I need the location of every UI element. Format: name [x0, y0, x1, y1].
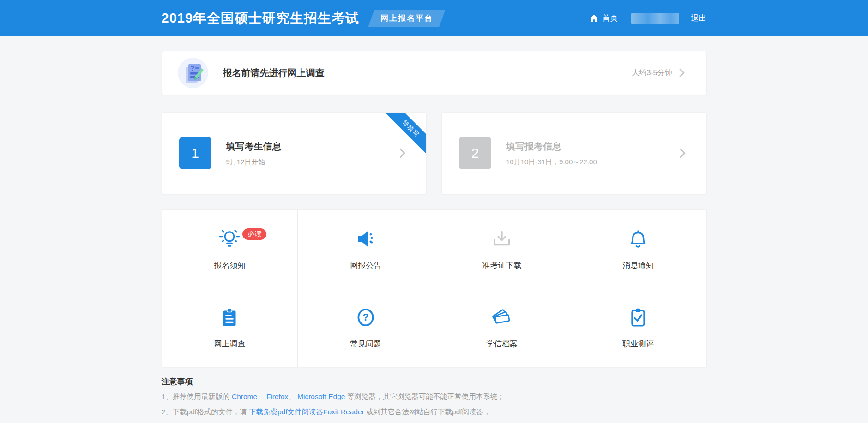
download-icon [490, 227, 513, 250]
question-icon: ? [354, 306, 377, 329]
survey-doc-icon: ? [178, 58, 208, 88]
home-link-label: 首页 [603, 13, 618, 24]
platform-badge: 网上报名平台 [368, 10, 445, 27]
clipboard-icon [218, 306, 241, 329]
grid-item-message-notifications[interactable]: 消息通知 [570, 210, 706, 288]
chrome-link[interactable]: Chrome [232, 393, 257, 400]
survey-title: 报名前请先进行网上调查 [223, 67, 325, 79]
step-title: 填写考生信息 [226, 140, 282, 153]
grid-item-label: 常见问题 [350, 339, 381, 349]
platform-badge-label: 网上报名平台 [380, 13, 433, 24]
grid-item-registration-notice[interactable]: 必读 报名须知 [162, 210, 298, 288]
svg-text:?: ? [362, 311, 368, 323]
survey-banner[interactable]: ? 报名前请先进行网上调查 大约3-5分钟 [162, 51, 707, 95]
step-title: 填写报考信息 [506, 140, 597, 153]
step-card-candidate-info[interactable]: 待填写 1 填写考生信息 9月12日开始 [162, 112, 427, 194]
grid-item-label: 准考证下载 [482, 260, 521, 271]
grid-item-online-announcements[interactable]: 网报公告 [298, 210, 434, 288]
grid-item-label: 网上调查 [214, 339, 245, 349]
note-text: 或到其它合法网站自行下载pdf阅读器； [364, 408, 491, 416]
chevron-right-icon [679, 147, 686, 159]
grid-item-label: 学信档案 [486, 339, 518, 349]
grid-item-label: 网报公告 [350, 260, 381, 271]
grid-item-xuexin-archive[interactable]: 学信档案 [434, 288, 570, 367]
firefox-link[interactable]: Firefox [266, 393, 288, 400]
grid-item-faq[interactable]: ? 常见问题 [298, 288, 434, 367]
grid-item-label: 报名须知 [214, 260, 245, 271]
files-fan-icon [490, 306, 513, 329]
logout-link[interactable]: 退出 [691, 13, 707, 24]
notes-section: 注意事项 1、推荐使用最新版的 Chrome、 Firefox、 Microso… [162, 376, 707, 423]
note-text: 等浏览器，其它浏览器可能不能正常使用本系统； [345, 393, 504, 400]
check-clipboard-icon [627, 306, 650, 329]
username-redacted[interactable] [631, 13, 679, 24]
status-ribbon: 待填写 [382, 113, 426, 157]
bell-icon [627, 227, 650, 250]
quick-links-grid: 必读 报名须知 网报公告 [162, 209, 707, 367]
header-bar: 2019年全国硕士研究生招生考试 网上报名平台 首页 退出 [0, 0, 868, 36]
step-number-badge: 1 [179, 137, 211, 169]
note-text: 、 [257, 393, 266, 400]
step-card-application-info[interactable]: 2 填写报考信息 10月10日-31日，9:00～22:00 [441, 112, 707, 194]
step-number-badge: 2 [459, 137, 491, 169]
chevron-right-icon [679, 67, 685, 78]
bulb-icon [218, 227, 241, 250]
grid-item-online-survey[interactable]: 网上调查 [162, 288, 298, 367]
grid-item-admission-ticket-download[interactable]: 准考证下载 [434, 210, 570, 288]
note-text: 、 [288, 393, 297, 400]
must-read-badge: 必读 [242, 228, 266, 240]
site-title: 2019年全国硕士研究生招生考试 [162, 9, 360, 28]
notes-heading: 注意事项 [162, 376, 707, 387]
grid-item-career-assessment[interactable]: 职业测评 [570, 288, 706, 367]
note-text: 1、推荐使用最新版的 [162, 393, 232, 400]
home-icon [589, 14, 599, 23]
foxit-reader-link[interactable]: 下载免费pdf文件阅读器Foxit Reader [249, 408, 364, 416]
home-link[interactable]: 首页 [589, 13, 618, 24]
grid-item-label: 职业测评 [622, 339, 654, 349]
note-text: 2、下载pdf格式的文件，请 [162, 408, 249, 416]
note-item-browsers: 1、推荐使用最新版的 Chrome、 Firefox、 Microsoft Ed… [162, 391, 707, 402]
logout-link-label: 退出 [691, 14, 707, 23]
grid-item-label: 消息通知 [622, 260, 654, 271]
note-item-pdf-reader: 2、下载pdf格式的文件，请 下载免费pdf文件阅读器Foxit Reader … [162, 406, 707, 417]
ribbon-wrap: 待填写 [382, 113, 426, 157]
step-subtitle: 10月10日-31日，9:00～22:00 [506, 158, 597, 167]
survey-duration: 大约3-5分钟 [632, 68, 672, 78]
step-subtitle: 9月12日开始 [226, 158, 282, 167]
edge-link[interactable]: Microsoft Edge [297, 393, 345, 400]
svg-text:?: ? [190, 64, 194, 72]
megaphone-icon [354, 227, 377, 250]
